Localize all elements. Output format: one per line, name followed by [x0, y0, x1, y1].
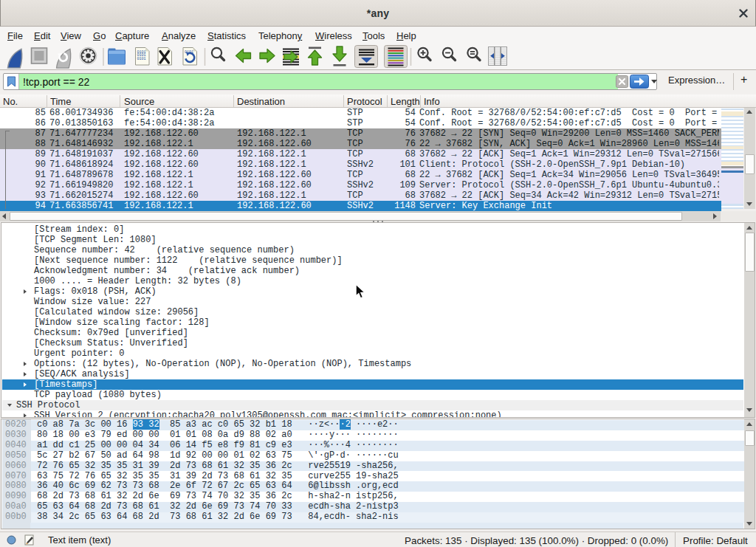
svg-text:0101: 0101 — [137, 57, 146, 61]
